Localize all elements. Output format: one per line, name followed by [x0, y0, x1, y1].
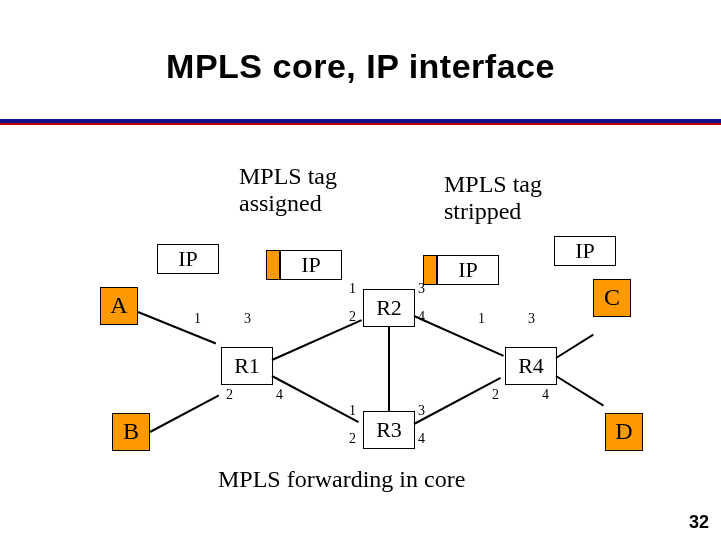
port-r1-4: 4	[276, 387, 283, 403]
port-r2-4: 4	[418, 309, 425, 325]
host-b: B	[112, 413, 150, 451]
router-r1: R1	[221, 347, 273, 385]
link-r4-c	[555, 333, 593, 358]
port-r4-2: 2	[492, 387, 499, 403]
mpls-tag-assigned-label: MPLS tag assigned	[239, 163, 337, 218]
link-a-r1	[138, 311, 217, 344]
link-r2-r3	[388, 327, 390, 411]
packet-tagged-mid: IP	[266, 250, 342, 280]
port-r3-3: 3	[418, 403, 425, 419]
link-r2-r4	[414, 315, 504, 357]
page-title: MPLS core, IP interface	[0, 23, 721, 96]
link-r4-d	[555, 375, 604, 406]
port-r1-1: 1	[194, 311, 201, 327]
packet-payload: IP	[157, 244, 219, 274]
packet-ip-right: IP	[554, 236, 616, 266]
title-rule	[0, 119, 721, 125]
link-r1-r2	[272, 319, 362, 361]
mpls-tag	[266, 250, 280, 280]
port-r3-1: 1	[349, 403, 356, 419]
mpls-tag-stripped-label: MPLS tag stripped	[444, 171, 542, 226]
router-r4: R4	[505, 347, 557, 385]
page-number: 32	[689, 512, 709, 533]
port-r4-3: 3	[528, 311, 535, 327]
port-r1-2: 2	[226, 387, 233, 403]
link-b-r1	[150, 394, 220, 432]
port-r2-2: 2	[349, 309, 356, 325]
host-c: C	[593, 279, 631, 317]
packet-ip-left: IP	[157, 244, 219, 274]
port-r3-4: 4	[418, 431, 425, 447]
host-d: D	[605, 413, 643, 451]
port-r4-4: 4	[542, 387, 549, 403]
packet-payload: IP	[437, 255, 499, 285]
packet-payload: IP	[554, 236, 616, 266]
port-r2-1: 1	[349, 281, 356, 297]
packet-tagged-mid2: IP	[423, 255, 499, 285]
port-r3-2: 2	[349, 431, 356, 447]
link-r1-r3	[272, 375, 359, 423]
diagram-caption: MPLS forwarding in core	[218, 466, 465, 493]
port-r4-1: 1	[478, 311, 485, 327]
mpls-tag	[423, 255, 437, 285]
packet-payload: IP	[280, 250, 342, 280]
router-r2: R2	[363, 289, 415, 327]
port-r2-3: 3	[418, 281, 425, 297]
port-r1-3: 3	[244, 311, 251, 327]
link-r3-r4	[414, 377, 501, 425]
router-r3: R3	[363, 411, 415, 449]
host-a: A	[100, 287, 138, 325]
diagram: MPLS tag assigned MPLS tag stripped IP I…	[0, 131, 721, 501]
